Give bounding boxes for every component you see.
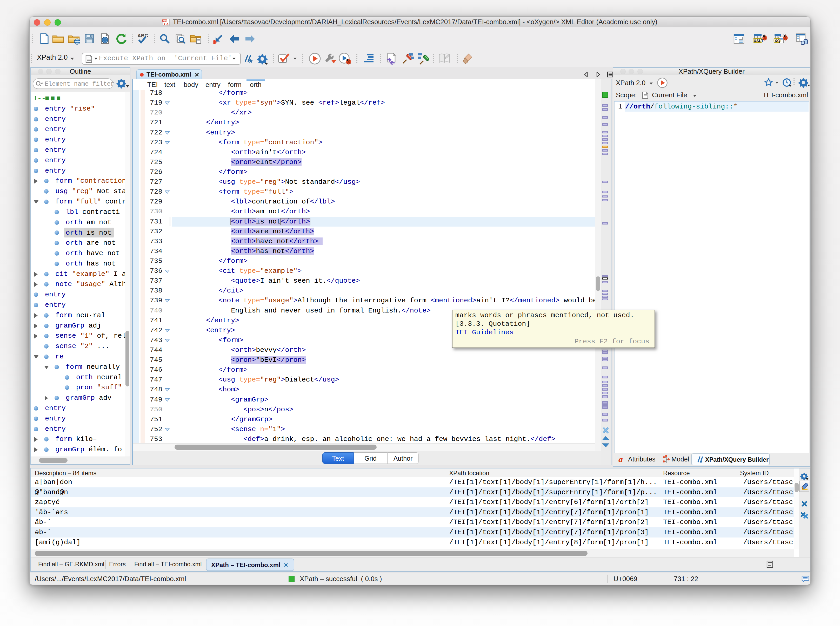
svg-text:ABC: ABC xyxy=(137,33,148,38)
svg-text:XML: XML xyxy=(163,19,168,22)
svg-text:XQ: XQ xyxy=(774,38,780,43)
svg-text:XSLT: XSLT xyxy=(754,38,764,43)
